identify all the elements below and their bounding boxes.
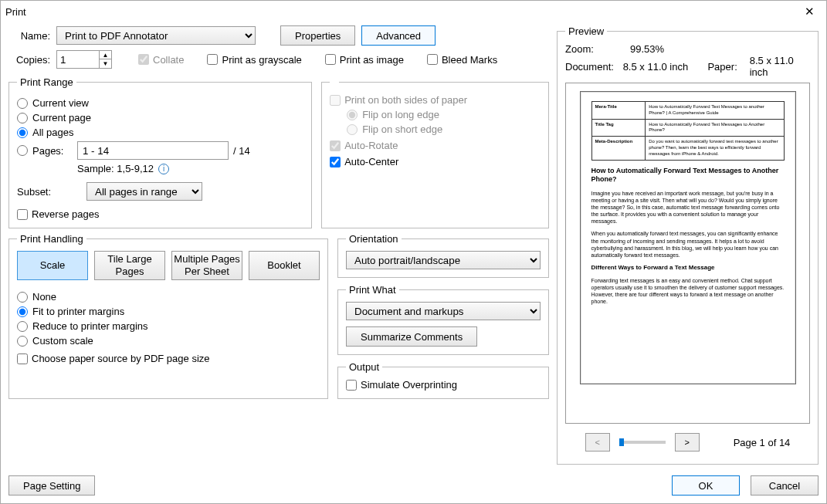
document-label: Document: (565, 61, 617, 73)
cancel-button[interactable]: Cancel (751, 475, 819, 496)
close-icon[interactable]: ✕ (797, 4, 822, 19)
pages-input[interactable] (77, 141, 229, 160)
preview-canvas: Mera-TitleHow to Automatically Forward T… (565, 83, 810, 424)
print-what-select[interactable]: Document and markups (346, 302, 541, 320)
summarize-comments-button[interactable]: Summarize Comments (346, 326, 477, 347)
print-as-image-checkbox[interactable]: Print as image (325, 54, 404, 66)
pages-radio[interactable] (17, 145, 28, 156)
print-range-legend: Print Range (17, 76, 76, 88)
booklet-tab[interactable]: Booklet (249, 251, 320, 280)
all-pages-radio[interactable]: All pages (17, 127, 303, 138)
page-status: Page 1 of 14 (734, 437, 791, 448)
paper-label: Paper: (707, 61, 743, 73)
orientation-select[interactable]: Auto portrait/landscape (346, 251, 541, 269)
scale-custom-radio[interactable]: Custom scale (17, 335, 320, 347)
subset-label: Subset: (17, 186, 60, 198)
grayscale-checkbox[interactable]: Print as grayscale (207, 54, 301, 66)
ok-button[interactable]: OK (672, 475, 740, 496)
copies-label: Copies: (8, 54, 50, 66)
preview-group: Preview Zoom:99.53% Document: 8.5 x 11.0… (557, 25, 819, 465)
subset-select[interactable]: All pages in range (86, 182, 202, 201)
copies-spinner[interactable]: ▲▼ (100, 50, 112, 69)
pages-sample: Sample: 1,5-9,12 (77, 163, 154, 174)
zoom-value: 99.53% (630, 43, 664, 55)
duplex-group: . Print on both sides of paper Flip on l… (321, 76, 549, 228)
tile-tab[interactable]: Tile Large Pages (94, 251, 165, 280)
paper-size: 8.5 x 11.0 inch (750, 55, 810, 78)
multiple-tab[interactable]: Multiple Pages Per Sheet (171, 251, 242, 280)
output-legend: Output (346, 361, 382, 373)
titlebar: Print ✕ (1, 1, 826, 22)
printer-select[interactable]: Print to PDF Annotator (56, 26, 256, 45)
orientation-group: Orientation Auto portrait/landscape (337, 233, 549, 278)
both-sides-checkbox: Print on both sides of paper (330, 94, 541, 106)
auto-center-checkbox[interactable]: Auto-Center (330, 156, 541, 167)
window-title: Print (5, 6, 26, 18)
document-size: 8.5 x 11.0 inch (623, 61, 702, 73)
current-page-radio[interactable]: Current page (17, 112, 303, 123)
name-label: Name: (8, 30, 50, 42)
auto-rotate-checkbox: Auto-Rotate (330, 140, 541, 151)
print-what-group: Print What Document and markups Summariz… (337, 284, 549, 355)
current-view-radio[interactable]: Current view (17, 97, 303, 109)
preview-page: Mera-TitleHow to Automatically Forward T… (580, 91, 796, 384)
scale-reduce-radio[interactable]: Reduce to printer margins (17, 320, 320, 332)
next-page-button[interactable]: > (675, 433, 700, 452)
orientation-legend: Orientation (346, 233, 402, 245)
collate-checkbox: Collate (138, 54, 184, 66)
pages-total: / 14 (233, 145, 250, 157)
print-what-legend: Print What (346, 284, 399, 296)
preview-legend: Preview (565, 25, 607, 37)
scale-none-radio[interactable]: None (17, 291, 320, 303)
flip-short-edge-radio: Flip on short edge (347, 123, 541, 135)
output-group: Output Simulate Overprinting (337, 361, 549, 399)
bleed-marks-checkbox[interactable]: Bleed Marks (427, 54, 497, 66)
copies-input[interactable] (56, 50, 100, 69)
zoom-label: Zoom: (565, 43, 624, 55)
page-setting-button[interactable]: Page Setting (8, 475, 95, 496)
reverse-pages-checkbox[interactable]: Reverse pages (17, 208, 303, 220)
page-slider[interactable] (619, 441, 666, 444)
flip-long-edge-radio: Flip on long edge (347, 109, 541, 120)
print-handling-group: Print Handling Scale Tile Large Pages Mu… (8, 233, 328, 399)
print-handling-legend: Print Handling (17, 233, 86, 245)
properties-button[interactable]: Properties (280, 25, 355, 46)
scale-fit-radio[interactable]: Fit to printer margins (17, 306, 320, 317)
simulate-overprinting-checkbox[interactable]: Simulate Overprinting (346, 379, 541, 391)
prev-page-button[interactable]: < (585, 433, 610, 452)
print-range-group: Print Range Current view Current page Al… (8, 76, 312, 228)
advanced-button[interactable]: Advanced (361, 25, 436, 46)
scale-tab[interactable]: Scale (17, 251, 88, 280)
paper-source-checkbox[interactable]: Choose paper source by PDF page size (17, 353, 320, 364)
pages-label: Pages: (32, 145, 73, 157)
info-icon[interactable]: i (158, 164, 169, 174)
print-dialog: Print ✕ Name: Print to PDF Annotator Pro… (0, 0, 827, 504)
